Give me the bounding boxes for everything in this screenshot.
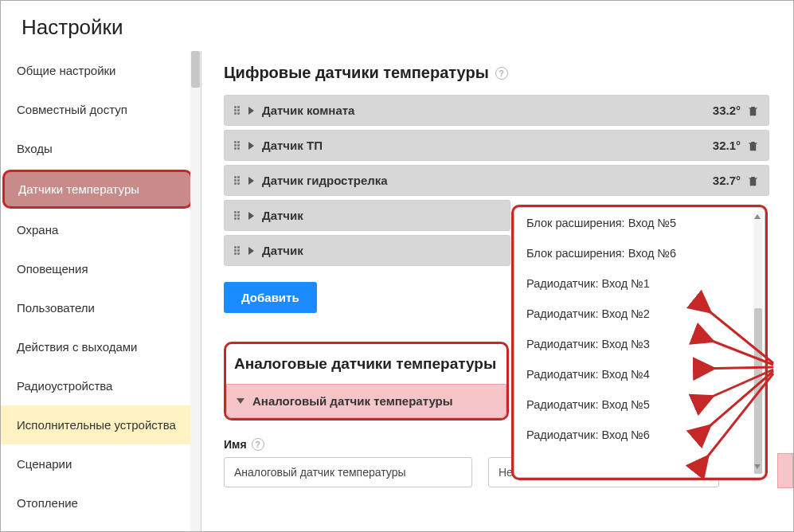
dropdown-scrollbar[interactable]: [753, 211, 763, 474]
sensor-name: Датчик ТП: [262, 139, 713, 152]
sensor-name: Датчик: [262, 209, 500, 222]
sensor-temp: 32.7°: [713, 174, 741, 187]
drag-handle-icon[interactable]: [234, 176, 241, 185]
dropdown-option[interactable]: Блок расширения: Вход №6: [526, 247, 748, 260]
dropdown-option[interactable]: Блок расширения: Вход №5: [526, 217, 748, 229]
help-icon[interactable]: ?: [495, 67, 508, 80]
dropdown-option[interactable]: Радиодатчик: Вход №1: [526, 277, 748, 290]
sidebar-item-radio-devices[interactable]: Радиоустройства: [1, 366, 201, 405]
sensor-temp: 33.2°: [713, 104, 741, 117]
sidebar: Общие настройки Совместный доступ Входы …: [1, 51, 201, 532]
analog-section-highlight: Аналоговые датчики температуры Аналоговы…: [224, 342, 509, 421]
sidebar-item-scenarios[interactable]: Сценарии: [1, 444, 201, 483]
sidebar-scrollbar[interactable]: [190, 51, 201, 532]
scroll-up-icon[interactable]: [754, 214, 761, 221]
dropdown-option[interactable]: Радиодатчик: Вход №4: [526, 368, 748, 381]
sensor-row[interactable]: Датчик: [224, 235, 510, 266]
analog-sensors-title: Аналоговые датчики температуры: [226, 344, 507, 384]
dropdown-option[interactable]: Радиодатчик: Вход №5: [526, 398, 748, 411]
caret-right-icon: [248, 247, 254, 255]
caret-right-icon: [248, 142, 254, 150]
digital-title-text: Цифровые датчики температуры: [224, 64, 489, 82]
dropdown-option[interactable]: Радиодатчик: Вход №6: [526, 428, 748, 441]
sidebar-item-security[interactable]: Охрана: [1, 210, 201, 249]
sidebar-item-notifications[interactable]: Оповещения: [1, 249, 201, 288]
scrollbar-thumb[interactable]: [754, 308, 762, 474]
analog-sensor-row[interactable]: Аналоговый датчик температуры: [226, 384, 507, 418]
drag-handle-icon[interactable]: [234, 106, 241, 115]
caret-right-icon: [248, 212, 254, 220]
dropdown-option[interactable]: Радиодатчик: Вход №3: [526, 338, 748, 350]
analog-row-label: Аналоговый датчик температуры: [252, 394, 453, 408]
sensor-row[interactable]: Датчик комната 33.2°: [224, 95, 769, 126]
digital-sensors-title: Цифровые датчики температуры ?: [224, 64, 769, 82]
drag-handle-icon[interactable]: [234, 246, 241, 255]
sidebar-item-users[interactable]: Пользователи: [1, 288, 201, 327]
dropdown-option[interactable]: Радиодатчик: Вход №2: [526, 307, 748, 320]
sidebar-item-heating[interactable]: Отопление: [1, 483, 201, 522]
sidebar-item-general[interactable]: Общие настройки: [1, 51, 201, 90]
sidebar-item-inputs[interactable]: Входы: [1, 129, 201, 168]
sensor-name: Датчик гидрострелка: [262, 174, 713, 187]
sensor-row[interactable]: Датчик ТП 32.1°: [224, 130, 769, 161]
trash-icon[interactable]: [747, 104, 759, 117]
sidebar-item-temperature-sensors[interactable]: Датчики температуры: [2, 170, 193, 209]
sidebar-item-actuators[interactable]: Исполнительные устройства: [1, 405, 201, 444]
help-icon[interactable]: ?: [252, 438, 264, 451]
page-title: Настройки: [1, 1, 793, 51]
scrollbar-thumb[interactable]: [191, 51, 200, 88]
analog-name-input[interactable]: [224, 457, 472, 487]
sensor-temp: 32.1°: [713, 139, 741, 152]
input-dropdown[interactable]: Блок расширения: Вход №5 Блок расширения…: [511, 205, 768, 480]
sensor-row[interactable]: Датчик гидрострелка 32.7°: [224, 165, 769, 196]
sensor-name: Датчик: [262, 244, 500, 257]
sensor-row[interactable]: Датчик: [224, 200, 510, 231]
pink-strip: [777, 453, 793, 488]
drag-handle-icon[interactable]: [234, 141, 241, 150]
trash-icon[interactable]: [747, 139, 759, 152]
field-label-text: Имя: [224, 438, 247, 451]
caret-right-icon: [248, 107, 254, 115]
caret-right-icon: [248, 177, 254, 185]
trash-icon[interactable]: [747, 174, 759, 187]
scroll-down-icon[interactable]: [754, 464, 761, 471]
add-button[interactable]: Добавить: [224, 282, 317, 313]
sensor-name: Датчик комната: [262, 104, 713, 117]
sidebar-item-output-actions[interactable]: Действия с выходами: [1, 327, 201, 366]
sidebar-item-shared-access[interactable]: Совместный доступ: [1, 90, 201, 129]
caret-down-icon: [237, 398, 244, 404]
dropdown-list: Блок расширения: Вход №5 Блок расширения…: [515, 209, 748, 441]
drag-handle-icon[interactable]: [234, 211, 241, 220]
